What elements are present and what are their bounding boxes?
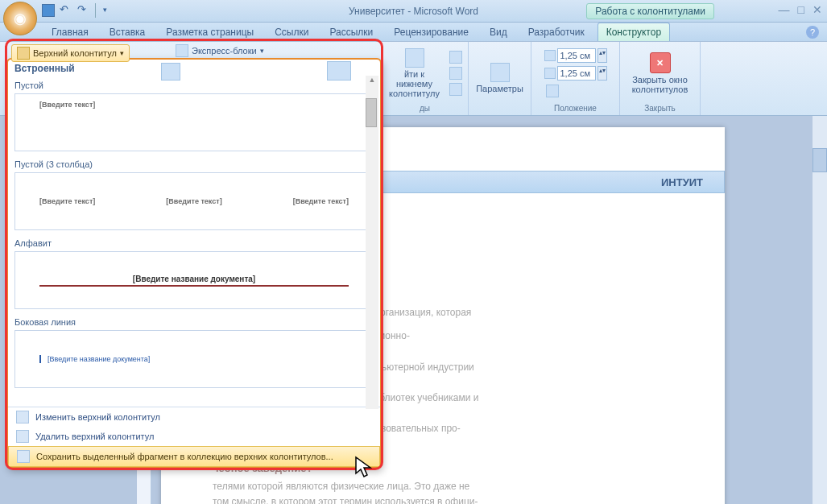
redo-icon[interactable]: ↷ <box>77 4 90 17</box>
align-tab-icon <box>546 85 559 97</box>
gallery-section-sideline: Боковая линия <box>14 314 374 330</box>
edit-header-menuitem[interactable]: Изменить верхний колонтитул <box>8 407 380 427</box>
minimize-icon[interactable]: — <box>779 3 790 16</box>
edit-icon <box>16 411 29 423</box>
picture-button[interactable] <box>324 60 354 82</box>
group-close-label: Закрыть <box>644 103 676 114</box>
gallery-item-empty[interactable]: [Введите текст] <box>14 93 374 151</box>
gallery-section-empty: Пустой <box>14 77 374 93</box>
footer-icon <box>405 48 424 68</box>
tab-developer[interactable]: Разработчик <box>520 23 593 41</box>
vertical-scrollbar[interactable] <box>813 116 827 504</box>
delete-header-menuitem[interactable]: Удалить верхний колонтитул <box>8 427 380 446</box>
delete-icon <box>16 430 29 443</box>
footer-bottom-icon <box>544 68 556 79</box>
express-blocks-icon <box>176 44 188 57</box>
help-icon[interactable]: ? <box>806 26 819 39</box>
parameters-button[interactable]: Параметры <box>473 61 527 95</box>
footer-from-bottom-spinner[interactable]: 1,25 см▴▾ <box>544 66 607 81</box>
undo-icon[interactable]: ↶ <box>60 4 72 17</box>
parameters-icon <box>490 63 510 82</box>
gallery-section-alphabet: Алфавит <box>14 235 374 251</box>
tab-view[interactable]: Вид <box>482 23 515 41</box>
gallery-scrollbar-thumb[interactable] <box>366 98 377 127</box>
gallery-item-alphabet[interactable]: [Введите название документа] <box>14 251 374 309</box>
gallery-item-sideline[interactable]: [Введите название документа] <box>14 330 374 388</box>
save-icon[interactable] <box>42 4 55 17</box>
maximize-icon[interactable]: □ <box>798 3 804 16</box>
office-button[interactable]: ◉ <box>3 2 37 35</box>
save-selection-icon <box>17 450 30 463</box>
tab-home[interactable]: Главная <box>43 23 97 41</box>
group-navigation-label: ды <box>420 103 430 114</box>
header-from-top-spinner[interactable]: 1,25 см▴▾ <box>544 48 607 63</box>
picture-icon <box>327 61 351 81</box>
scroll-up-icon[interactable]: ▲ <box>366 76 378 84</box>
header-dropdown-button[interactable]: Верхний колонтитул ▾ <box>11 44 130 62</box>
date-time-icon <box>161 63 180 81</box>
doc-p6: телями которой являются физические лица.… <box>213 479 673 504</box>
express-blocks-button[interactable]: Экспресс-блоки ▾ <box>176 44 264 57</box>
nav-small-2[interactable] <box>448 66 464 81</box>
chevron-down-icon: ▾ <box>120 49 124 57</box>
close-x-icon: ✕ <box>650 52 671 73</box>
save-selection-menuitem[interactable]: Сохранить выделенный фрагмент в коллекци… <box>8 446 380 467</box>
goto-footer-button[interactable]: йти к нижнему колонтитулу <box>386 47 443 100</box>
header-top-icon <box>544 50 556 61</box>
date-time-button[interactable] <box>158 61 184 82</box>
group-position-label: Положение <box>554 103 597 114</box>
nav-small-3[interactable] <box>448 82 464 97</box>
tab-references[interactable]: Ссылки <box>267 23 316 41</box>
nav-small-1[interactable] <box>448 50 464 64</box>
window-title: Университет - Microsoft Word <box>349 6 478 17</box>
quick-access-toolbar: ↶ ↷ ▾ <box>42 3 116 18</box>
header-gallery-dropdown: Встроенный Пустой [Введите текст] Пустой… <box>6 58 382 469</box>
link-prev-icon <box>449 51 462 64</box>
contextual-tab-group: Работа с колонтитулами <box>586 3 714 19</box>
header-icon <box>17 47 30 60</box>
tab-insert[interactable]: Вставка <box>101 23 154 41</box>
close-icon[interactable]: ✕ <box>813 3 822 16</box>
tab-design[interactable]: Конструктор <box>598 23 670 41</box>
header-right-text: ИНТУИТ <box>661 176 703 188</box>
chevron-down-icon: ▾ <box>260 47 264 55</box>
link-next-icon <box>449 67 462 80</box>
link-section-icon <box>449 83 462 96</box>
qat-customize-icon[interactable]: ▾ <box>103 4 116 17</box>
qat-separator <box>95 3 98 18</box>
gallery-item-3cols[interactable]: [Введите текст] [Введите текст] [Введите… <box>14 172 374 230</box>
tab-review[interactable]: Рецензирование <box>386 23 477 41</box>
gallery-scrollbar[interactable]: ▲ <box>366 76 378 409</box>
tab-mailings[interactable]: Рассылки <box>321 23 381 41</box>
tab-page-layout[interactable]: Разметка страницы <box>158 23 262 41</box>
close-header-footer-button[interactable]: ✕ Закрыть окно колонтитулов <box>629 51 692 96</box>
insert-alignment-tab[interactable] <box>544 84 560 98</box>
scrollbar-thumb[interactable] <box>813 148 827 172</box>
gallery-section-3cols: Пустой (3 столбца) <box>14 156 374 172</box>
